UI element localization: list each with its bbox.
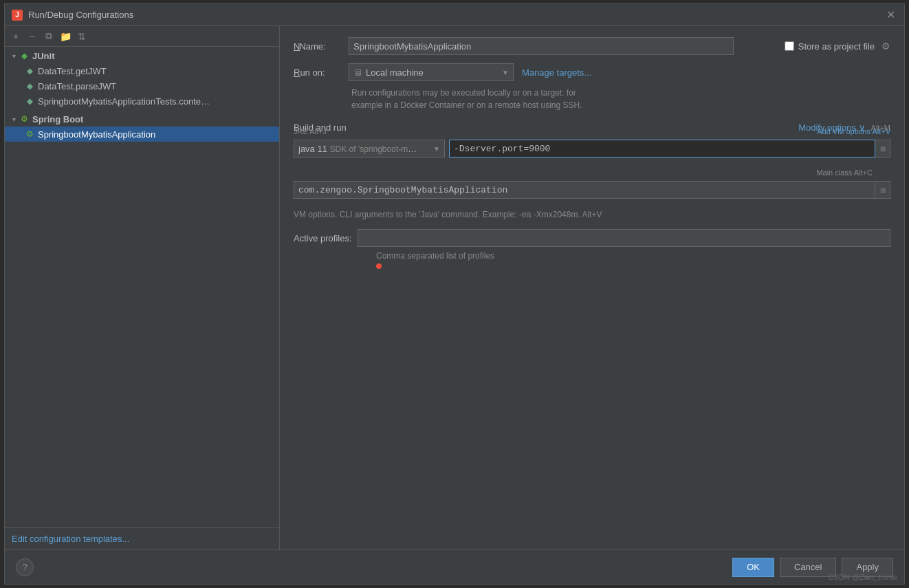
profiles-hint-text: Comma separated list of profiles — [376, 251, 890, 261]
sdk-version: java 11 — [298, 144, 327, 154]
vm-options-expand-button[interactable]: ⊞ — [875, 140, 890, 157]
run-on-underline: R — [294, 67, 300, 78]
active-profiles-label: Active profiles: — [294, 233, 352, 243]
app-icon: J — [12, 10, 23, 21]
left-footer: Edit configuration templates... — [5, 527, 279, 549]
junit-item-0-label: DataTest.getJWT — [38, 66, 107, 76]
store-project-file-area: Store as project file ⚙ — [785, 41, 890, 52]
jre-vm-container: JRE Alt+J Add VM options Alt+V java 11 S… — [294, 140, 890, 162]
junit-item-2-label: SpringbootMybatisApplicationTests.conte… — [38, 96, 210, 107]
run-on-info: Run configurations may be executed local… — [351, 87, 890, 111]
junit-item-icon: ◆ — [24, 65, 35, 76]
vm-hint-text: VM options. CLI arguments to the 'Java' … — [294, 210, 890, 219]
sort-config-button[interactable]: ⇅ — [75, 30, 89, 43]
run-on-label-rest: un on: — [300, 67, 325, 78]
main-content: + − ⧉ 📁 ⇅ ▾ ◆ JUnit ◆ DataTest.getJWT — [5, 26, 904, 549]
name-label-text: Name: — [299, 41, 325, 52]
run-on-label: Run on: — [294, 67, 349, 78]
store-project-file-label[interactable]: Store as project file — [798, 41, 875, 52]
run-on-host-icon: 🖥 — [353, 67, 362, 78]
list-item[interactable]: ⚙ SpringbootMybatisApplication — [5, 127, 279, 142]
spring-expand-arrow: ▾ — [9, 114, 19, 124]
build-run-row: java 11 SDK of 'springboot-m… ▼ ⊞ — [294, 140, 890, 157]
info-line-1: Run configurations may be executed local… — [351, 87, 890, 99]
spring-icon: ⚙ — [19, 113, 30, 124]
junit-group-header[interactable]: ▾ ◆ JUnit — [5, 48, 279, 63]
manage-targets-link[interactable]: Manage targets... — [522, 67, 591, 78]
ok-button[interactable]: OK — [732, 558, 774, 577]
add-config-button[interactable]: + — [9, 30, 23, 43]
spring-group-label: Spring Boot — [32, 114, 83, 124]
close-button[interactable]: ✕ — [884, 8, 897, 22]
active-profiles-input[interactable] — [358, 229, 890, 247]
sdk-dropdown[interactable]: java 11 SDK of 'springboot-m… ▼ — [294, 140, 445, 157]
list-item[interactable]: ◆ DataTest.getJWT — [5, 63, 279, 78]
junit-group-label: JUnit — [32, 51, 55, 61]
run-debug-dialog: J Run/Debug Configurations ✕ + − ⧉ 📁 ⇅ ▾… — [4, 3, 905, 585]
spring-group-header[interactable]: ▾ ⚙ Spring Boot — [5, 111, 279, 127]
left-toolbar: + − ⧉ 📁 ⇅ — [5, 26, 279, 47]
run-on-dropdown-arrow: ▼ — [502, 69, 509, 76]
copy-config-button[interactable]: ⧉ — [42, 30, 56, 43]
dialog-title: Run/Debug Configurations — [28, 10, 133, 20]
store-project-file-checkbox[interactable] — [785, 41, 794, 51]
sdk-value: java 11 SDK of 'springboot-m… — [298, 144, 417, 154]
watermark-text: CSDN @Zain_horse — [829, 573, 897, 581]
title-bar-left: J Run/Debug Configurations — [12, 10, 133, 21]
main-class-row: ⊞ — [294, 181, 890, 199]
run-on-dropdown[interactable]: 🖥 Local machine ▼ — [349, 63, 514, 81]
junit-expand-arrow: ▾ — [9, 51, 19, 61]
config-tree[interactable]: ▾ ◆ JUnit ◆ DataTest.getJWT ◆ DataTest.p… — [5, 47, 279, 527]
active-profiles-row: Active profiles: — [294, 229, 890, 247]
spring-item-0-label: SpringbootMybatisApplication — [38, 129, 155, 140]
red-dot-indicator — [376, 263, 382, 269]
list-item[interactable]: ◆ DataTest.parseJWT — [5, 78, 279, 94]
remove-config-button[interactable]: − — [25, 30, 39, 43]
main-class-label: Main class Alt+C — [816, 168, 873, 177]
junit-icon: ◆ — [19, 50, 30, 61]
junit-item-1-label: DataTest.parseJWT — [38, 81, 116, 91]
run-on-value: Local machine — [366, 67, 424, 78]
name-label: NName: — [294, 41, 349, 52]
junit-item-icon: ◆ — [24, 80, 35, 91]
info-line-2: example in a Docker Container or on a re… — [351, 99, 890, 111]
sdk-dropdown-text: java 11 SDK of 'springboot-m… — [298, 144, 417, 154]
spring-item-icon: ⚙ — [24, 129, 35, 140]
help-button[interactable]: ? — [16, 558, 34, 576]
jre-label: JRE Alt+J — [294, 127, 327, 135]
sdk-detail: SDK of 'springboot-m — [330, 144, 408, 154]
sdk-dropdown-arrow: ▼ — [433, 145, 440, 153]
spring-group: ▾ ⚙ Spring Boot ⚙ SpringbootMybatisAppli… — [5, 110, 279, 143]
main-class-expand-button[interactable]: ⊞ — [875, 181, 890, 199]
left-panel: + − ⧉ 📁 ⇅ ▾ ◆ JUnit ◆ DataTest.getJWT — [5, 26, 280, 549]
main-class-container: Main class Alt+C ⊞ — [294, 181, 890, 203]
run-on-dropdown-text: 🖥 Local machine — [353, 67, 424, 78]
build-run-section-header: Build and run Modify options ∨ Alt+M — [294, 122, 890, 133]
add-vm-options-label[interactable]: Add VM options Alt+V — [817, 127, 890, 135]
right-panel: NName: Store as project file ⚙ Run on: 🖥 — [280, 26, 904, 549]
title-bar: J Run/Debug Configurations ✕ — [5, 4, 904, 26]
folder-config-button[interactable]: 📁 — [58, 30, 72, 43]
junit-item-icon: ◆ — [24, 96, 35, 107]
main-class-input[interactable] — [294, 181, 875, 199]
bottom-bar: ? OK Cancel Apply — [5, 549, 904, 584]
name-input[interactable] — [349, 37, 734, 55]
run-on-row: Run on: 🖥 Local machine ▼ Manage targets… — [294, 63, 890, 81]
store-gear-icon[interactable]: ⚙ — [881, 41, 890, 52]
junit-group: ▾ ◆ JUnit ◆ DataTest.getJWT ◆ DataTest.p… — [5, 47, 279, 110]
edit-templates-link[interactable]: Edit configuration templates... — [12, 534, 129, 544]
list-item[interactable]: ◆ SpringbootMybatisApplicationTests.cont… — [5, 94, 279, 109]
vm-options-input[interactable] — [449, 140, 875, 157]
name-row: NName: Store as project file ⚙ — [294, 37, 890, 55]
